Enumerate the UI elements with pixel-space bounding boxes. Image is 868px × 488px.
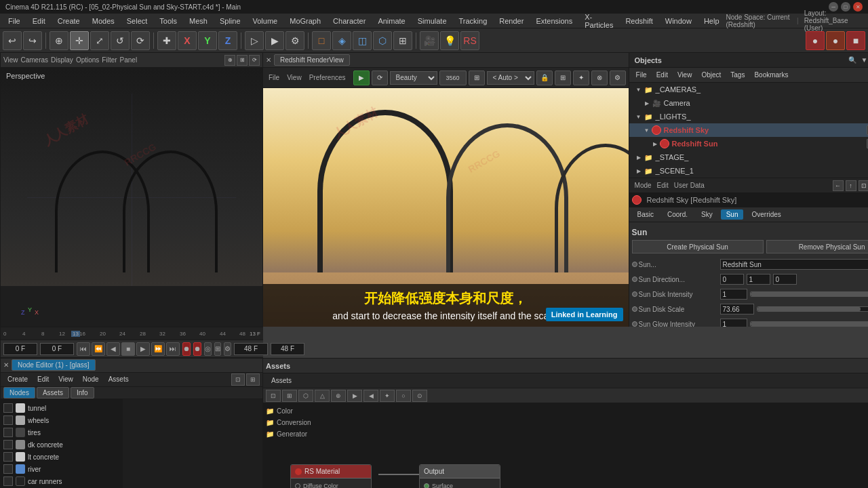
rv-grid-btn[interactable]: ⊞ [555,70,571,85]
light-btn[interactable]: 💡 [440,31,459,50]
obj-filter-btn[interactable]: ▼ [859,54,868,66]
attr-tab-coord[interactable]: Coord. [662,209,693,220]
auto-keyframe-btn[interactable]: ◎ [204,342,212,356]
viewport-menu-filter[interactable]: Filter [102,56,117,64]
obj-row-lights[interactable]: ▼ 📁 _LIGHTS_ · · [629,110,868,123]
menu-tools[interactable]: Tools [154,16,182,26]
point-mode[interactable]: ⬡ [373,31,392,50]
play-stop[interactable]: ■ [121,342,135,356]
menu-spline[interactable]: Spline [214,16,246,26]
rs-sky-expand[interactable]: ▼ [643,126,651,134]
play-back-to-start[interactable]: ⏮ [77,342,90,356]
ne-view-btn[interactable]: ⊞ [246,373,260,386]
attr-copy-btn[interactable]: ⊡ [859,180,868,191]
cameras-expand[interactable]: ▼ [635,85,643,94]
menu-mesh[interactable]: Mesh [184,16,213,26]
sun-disk-intensity-slider[interactable] [750,291,868,297]
ne-menu-edit[interactable]: Edit [33,374,53,384]
vp-btn-3[interactable]: ⟳ [249,55,260,66]
rv-stereo-btn[interactable]: ⊗ [591,70,608,85]
ne-tree-tires[interactable]: tires [3,426,119,439]
sun-disk-scale-input[interactable] [720,304,754,314]
mat-btn-4[interactable]: △ [315,390,330,402]
mat-btn-1[interactable]: ⊡ [266,390,281,402]
obj-row-camera[interactable]: ▶ 🎥 Camera · · [629,96,868,110]
add-button[interactable]: ✚ [157,31,176,50]
record-all-btn[interactable]: ⏺ [193,342,201,356]
ne-tree-wheels[interactable]: wheels [3,414,119,426]
sun-disk-scale-slider[interactable] [757,306,868,312]
ne-tab-assets[interactable]: Assets [37,387,69,399]
end-frame-input[interactable] [234,343,268,355]
menu-redshift[interactable]: Redshift [620,16,658,26]
ne-check-dkconcrete[interactable] [3,440,13,449]
rv-auto-dropdown[interactable]: < Auto > [487,71,534,85]
ne-tree-river[interactable]: river [3,463,119,475]
obj-row-rs-sky[interactable]: ▼ Redshift Sky · · ✓ [629,123,868,137]
mat-btn-5[interactable]: ⊕ [331,390,346,402]
rotate-tool[interactable]: ↺ [111,31,130,50]
ne-check-carrunners[interactable] [3,476,13,486]
ne-check-ltconcrete[interactable] [3,452,13,462]
vp-btn-2[interactable]: ⊞ [237,55,248,66]
ne-tree-tunnel[interactable]: tunnel [3,402,119,414]
create-physical-sun-btn[interactable]: Create Physical Sun [632,240,764,253]
play-forward[interactable]: ▶ [136,342,150,356]
obj-row-scene1[interactable]: ▶ 📁 _SCENE_1 · · [629,164,868,178]
menu-edit[interactable]: Edit [27,16,51,26]
mat-btn-7[interactable]: ◀ [363,390,378,402]
sun-glow-intensity-slider[interactable] [750,321,868,327]
x-axis[interactable]: X [178,31,197,50]
render-settings[interactable]: ⚙ [285,31,304,50]
menu-mograph[interactable]: MoGraph [284,16,326,26]
menu-modes[interactable]: Modes [87,16,120,26]
rv-menu-prefs[interactable]: Preferences [307,74,349,81]
assets-category-color[interactable]: 📁 Color [266,406,868,416]
edge-mode[interactable]: ◫ [353,31,372,50]
rs-render-btn[interactable]: ● [806,31,825,50]
timeline-settings-btn[interactable]: ⚙ [224,342,231,356]
snap-tool[interactable]: ⊞ [393,31,412,50]
ne-menu-assets[interactable]: Assets [104,374,133,384]
ne-tree-dkconcrete[interactable]: dk concrete [3,439,119,451]
mat-btn-6[interactable]: ▶ [347,390,362,402]
render-active[interactable]: ▶ [265,31,284,50]
play-to-end[interactable]: ⏭ [166,342,180,356]
sun-object-input[interactable] [720,259,868,270]
rs-sun-expand[interactable]: ▶ [651,140,659,148]
attr-tab-sun[interactable]: Sun [721,209,744,220]
obj-row-rs-sun[interactable]: ▶ Redshift Sun · · ✓ [629,137,868,150]
poly-mode[interactable]: ◈ [332,31,351,50]
ne-check-tunnel[interactable] [3,403,13,413]
menu-file[interactable]: File [3,16,26,26]
rs-ipr-btn[interactable]: ● [826,31,845,50]
menu-extensions[interactable]: Extensions [530,16,578,26]
attr-tab-overrides[interactable]: Overrides [746,209,786,220]
menu-animate[interactable]: Animate [372,16,410,26]
rs-material-node[interactable]: RS Material Diffuse Color [290,464,372,488]
object-mode[interactable]: □ [312,31,331,50]
total-frame-input[interactable] [271,343,304,355]
menu-volume[interactable]: Volume [248,16,283,26]
obj-menu-object[interactable]: Object [697,70,725,80]
menu-tracking[interactable]: Tracking [454,16,493,26]
attr-userdata-btn[interactable]: User Data [674,182,705,189]
sun-dir-z[interactable] [773,274,797,285]
mat-btn-10[interactable]: ⊙ [412,390,427,402]
rs-stop-btn[interactable]: ■ [846,31,865,50]
ne-check-tires[interactable] [3,428,13,437]
menu-render[interactable]: Render [494,16,529,26]
rv-close-btn[interactable]: ✕ [266,56,271,64]
attr-back-btn[interactable]: ← [833,180,844,191]
rv-settings-btn[interactable]: ⚙ [610,70,626,85]
mat-btn-2[interactable]: ⊞ [282,390,297,402]
attr-up-btn[interactable]: ↑ [846,180,856,191]
rv-view-btn[interactable]: 3560 [439,70,467,85]
viewport-menu-display[interactable]: Display [51,56,73,64]
assets-category-generator[interactable]: 📁 Generator [266,429,868,439]
remove-physical-sun-btn[interactable]: Remove Physical Sun [766,240,868,253]
vp-btn-1[interactable]: ⊕ [224,55,235,66]
sun-dir-x[interactable] [720,274,744,285]
obj-menu-tags[interactable]: Tags [726,70,749,80]
assets-category-conversion[interactable]: 📁 Conversion [266,418,868,428]
